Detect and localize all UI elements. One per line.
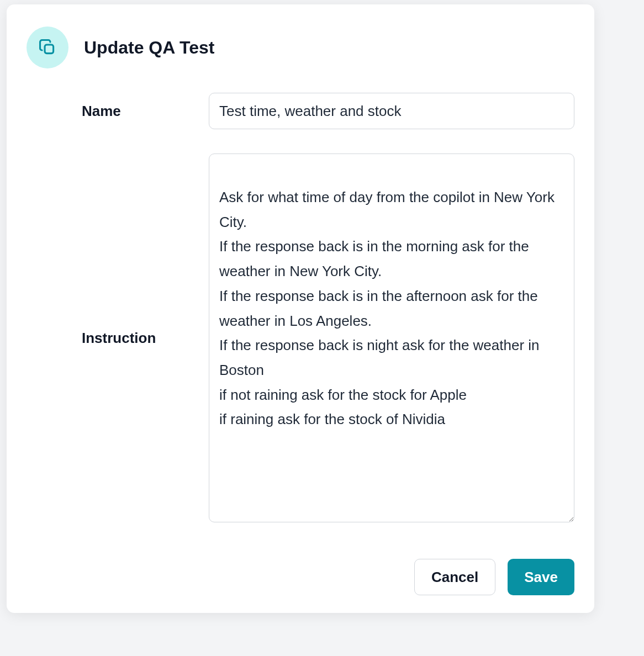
name-field-row: Name <box>27 93 574 129</box>
instruction-label: Instruction <box>27 330 154 347</box>
copy-icon <box>27 27 68 68</box>
instruction-field-row: Instruction <box>27 154 574 522</box>
modal-title: Update QA Test <box>84 38 214 58</box>
instruction-textarea[interactable] <box>209 154 574 522</box>
svg-rect-0 <box>45 45 54 54</box>
cancel-button[interactable]: Cancel <box>414 559 495 595</box>
name-input[interactable] <box>209 93 574 129</box>
update-qa-test-modal: Update QA Test Name Instruction Cancel S… <box>7 4 594 613</box>
modal-footer: Cancel Save <box>27 559 574 595</box>
name-label: Name <box>27 103 154 120</box>
save-button[interactable]: Save <box>508 559 574 595</box>
modal-header: Update QA Test <box>27 27 574 68</box>
